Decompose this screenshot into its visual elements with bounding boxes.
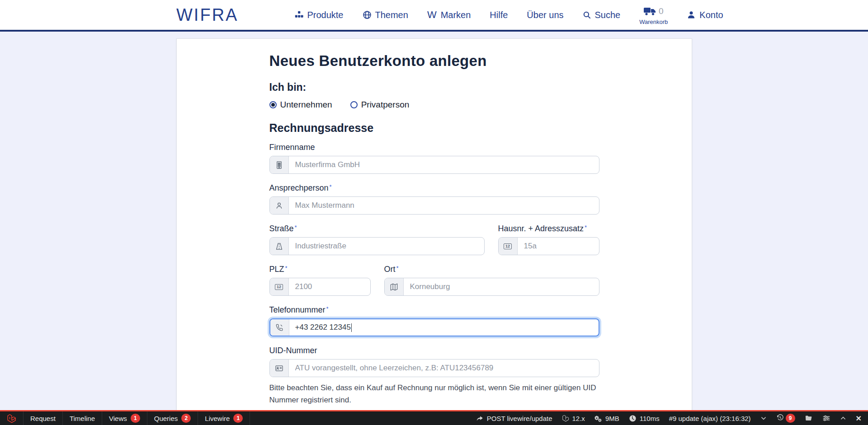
main-nav: Produkte Themen W Marken Hilfe Über uns	[295, 5, 723, 25]
wifra-logo[interactable]: WIFRA	[176, 5, 238, 25]
nav-label: Hilfe	[490, 10, 508, 20]
nav-label: Suche	[595, 10, 621, 20]
clock-icon	[629, 415, 637, 422]
nav-item-marken[interactable]: W Marken	[427, 9, 471, 21]
queries-badge: 2	[181, 414, 191, 423]
telefonnummer-input[interactable]: +43 2262 12345	[289, 319, 599, 336]
map-icon	[385, 278, 404, 295]
required-marker: *	[330, 183, 332, 190]
section-heading-rechnungsadresse: Rechnungsadresse	[269, 121, 599, 135]
views-badge: 1	[131, 414, 140, 423]
laravel-debugbar: Request Timeline Views 1 Queries 2 Livew…	[0, 410, 868, 425]
chevron-down-icon[interactable]	[760, 415, 767, 421]
house-number-icon: 12	[270, 278, 289, 295]
tab-livewire[interactable]: Livewire 1	[198, 411, 250, 425]
strasse-input[interactable]	[289, 238, 484, 255]
required-marker: *	[585, 224, 587, 230]
radio-label: Privatperson	[361, 100, 410, 110]
text-cursor	[351, 323, 352, 332]
required-marker: *	[295, 224, 297, 230]
field-ansprechperson: Ansprechperson*	[269, 183, 599, 215]
field-strasse: Straße*	[269, 224, 485, 255]
radio-selected-icon[interactable]	[269, 101, 277, 108]
cart-button[interactable]: 0 Warenkorb	[639, 7, 668, 25]
time-stat: 110ms	[629, 415, 660, 422]
nav-label: Konto	[699, 10, 723, 20]
settings-sliders-icon[interactable]	[822, 414, 830, 422]
required-marker: *	[326, 305, 329, 312]
laravel-version-icon	[562, 415, 569, 422]
nav-item-produkte[interactable]: Produkte	[295, 10, 343, 20]
field-telefonnummer: Telefonnummer* +43 2262 12345	[269, 305, 599, 336]
ajax-request-label[interactable]: #9 update (ajax) (23:16:32)	[669, 415, 751, 422]
radio-label: Unternehmen	[280, 100, 332, 110]
radio-unselected-icon[interactable]	[350, 101, 358, 108]
folder-icon[interactable]	[805, 414, 813, 422]
tab-queries[interactable]: Queries 2	[147, 411, 198, 425]
page-title: Neues Benutzerkonto anlegen	[269, 52, 599, 70]
account-button[interactable]: Konto	[687, 10, 723, 20]
required-marker: *	[285, 265, 288, 271]
top-navigation-bar: WIFRA Produkte Themen W Marken Hilfe	[0, 0, 868, 32]
uid-input[interactable]	[289, 360, 599, 377]
radio-privatperson[interactable]: Privatperson	[350, 100, 410, 110]
tab-request[interactable]: Request	[24, 411, 63, 425]
field-label: Ort	[384, 265, 396, 274]
livewire-badge: 1	[233, 414, 243, 423]
nav-item-themen[interactable]: Themen	[363, 10, 408, 20]
field-label: Hausnr. + Adresszusatz	[498, 224, 584, 234]
truck-icon	[644, 7, 656, 18]
ich-bin-heading: Ich bin:	[269, 81, 599, 93]
w-mark-icon: W	[427, 9, 437, 21]
gears-icon	[594, 415, 602, 422]
field-label: Ansprechperson	[269, 183, 329, 193]
field-label: Straße	[269, 224, 294, 234]
debugbar-status: POST livewire/update 12.x 9MB 110ms	[476, 411, 868, 425]
ort-input[interactable]	[404, 278, 599, 295]
history-icon	[776, 414, 784, 423]
plz-input[interactable]	[289, 278, 370, 295]
field-uid-nummer: UID-Nummer	[269, 346, 599, 377]
field-label: PLZ	[269, 265, 284, 274]
request-method-stat: POST livewire/update	[476, 415, 552, 422]
hausnr-input[interactable]	[518, 238, 599, 255]
search-icon	[583, 11, 591, 19]
history-button[interactable]: 9	[776, 414, 795, 423]
cart-label: Warenkorb	[639, 19, 668, 25]
nav-item-hilfe[interactable]: Hilfe	[490, 10, 508, 20]
account-type-radio-group: Unternehmen Privatperson	[269, 100, 599, 110]
person-icon	[687, 10, 696, 19]
cart-count: 0	[659, 7, 664, 15]
nav-item-suche[interactable]: Suche	[583, 10, 621, 20]
radio-unternehmen[interactable]: Unternehmen	[269, 100, 332, 110]
nav-label: Über uns	[527, 10, 563, 20]
field-label: Telefonnummer	[269, 305, 326, 315]
globe-icon	[363, 10, 372, 19]
phone-icon	[270, 319, 289, 336]
laravel-logo-icon[interactable]	[0, 411, 24, 425]
registration-form: Neues Benutzerkonto anlegen Ich bin: Unt…	[269, 39, 599, 425]
registration-card: Neues Benutzerkonto anlegen Ich bin: Unt…	[176, 38, 692, 425]
field-label: Firmenname	[269, 143, 315, 152]
share-arrow-icon	[476, 415, 484, 422]
required-marker: *	[396, 265, 399, 271]
telefonnummer-value: +43 2262 12345	[295, 323, 351, 332]
nav-item-ueber-uns[interactable]: Über uns	[527, 10, 563, 20]
field-hausnr: Hausnr. + Adresszusatz* 12	[498, 224, 599, 255]
main-area: Neues Benutzerkonto anlegen Ich bin: Unt…	[0, 32, 868, 425]
chevron-up-icon[interactable]	[840, 415, 846, 421]
house-number-icon: 12	[499, 238, 518, 255]
tab-views[interactable]: Views 1	[102, 411, 147, 425]
uid-note-line1: Bitte beachten Sie, dass ein Kauf auf Re…	[269, 382, 599, 406]
history-badge: 9	[786, 414, 795, 423]
nav-label: Themen	[375, 10, 408, 20]
id-card-icon	[270, 360, 289, 377]
nav-label: Marken	[441, 10, 471, 20]
field-label: UID-Nummer	[269, 346, 317, 355]
field-ort: Ort*	[384, 265, 599, 296]
tab-timeline[interactable]: Timeline	[63, 411, 102, 425]
firmenname-input[interactable]	[289, 156, 599, 173]
close-icon[interactable]: ✕	[856, 414, 862, 423]
field-firmenname: Firmenname	[269, 143, 599, 174]
ansprechperson-input[interactable]	[289, 197, 599, 214]
